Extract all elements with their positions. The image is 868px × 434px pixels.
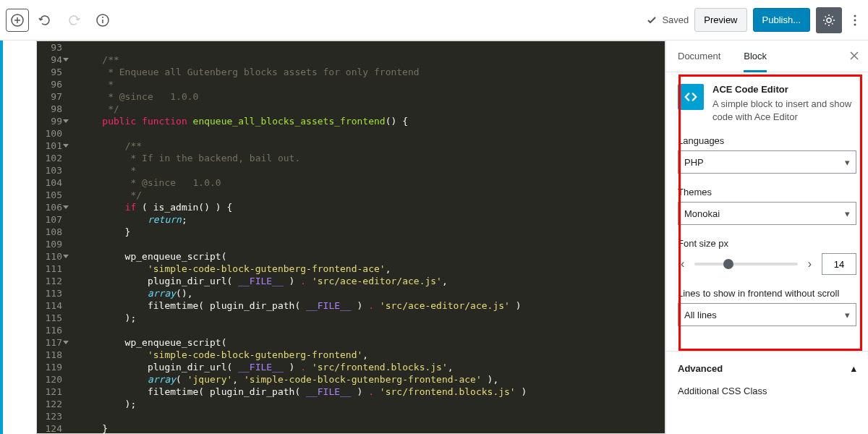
close-icon xyxy=(849,51,859,61)
code-content[interactable]: /** * Enqueue all Gutenberg blocks asset… xyxy=(69,41,665,433)
settings-button[interactable] xyxy=(816,7,842,33)
advanced-panel-toggle[interactable]: Advanced ▴ xyxy=(666,351,868,386)
svg-point-2 xyxy=(102,17,103,18)
ace-code-block[interactable]: 9394959697989910010110210310410510610710… xyxy=(36,41,665,434)
block-selection-indicator xyxy=(0,41,3,434)
fontsize-input[interactable] xyxy=(822,253,856,275)
info-button[interactable] xyxy=(90,7,116,33)
settings-sidebar: Document Block ACE Code Editor A simple … xyxy=(665,41,868,434)
fontsize-decrease[interactable]: ‹ xyxy=(678,258,687,271)
languages-select[interactable]: PHP xyxy=(678,150,856,174)
more-options-button[interactable] xyxy=(848,7,862,33)
tab-block[interactable]: Block xyxy=(732,41,778,72)
add-block-button[interactable] xyxy=(6,9,29,32)
svg-point-6 xyxy=(854,23,856,25)
lines-select[interactable]: All lines xyxy=(678,303,856,326)
editor-topbar: Saved Preview Publish... xyxy=(0,0,868,41)
dots-icon xyxy=(854,14,856,26)
code-gutter: 9394959697989910010110210310410510610710… xyxy=(37,41,69,433)
themes-label: Themes xyxy=(678,187,856,197)
svg-point-5 xyxy=(854,19,856,21)
svg-point-4 xyxy=(854,14,856,17)
redo-button[interactable] xyxy=(61,7,87,33)
themes-select[interactable]: Monokai xyxy=(678,202,856,225)
lines-label: Lines to show in frontend without scroll xyxy=(678,288,856,299)
languages-label: Languages xyxy=(678,135,856,146)
block-header: ACE Code Editor A simple block to insert… xyxy=(666,72,868,135)
block-icon xyxy=(678,84,704,110)
preview-button[interactable]: Preview xyxy=(694,8,746,32)
fontsize-slider[interactable] xyxy=(694,263,797,265)
slider-handle[interactable] xyxy=(723,259,733,269)
chevron-up-icon: ▴ xyxy=(851,363,856,374)
gear-icon xyxy=(822,13,836,27)
publish-button[interactable]: Publish... xyxy=(753,8,810,32)
tab-document[interactable]: Document xyxy=(666,41,732,72)
check-icon xyxy=(646,14,658,26)
fontsize-label: Font size px xyxy=(678,238,856,249)
svg-point-3 xyxy=(827,18,831,22)
sidebar-tabs: Document Block xyxy=(666,41,868,72)
block-title: ACE Code Editor xyxy=(712,84,856,95)
code-icon xyxy=(683,89,699,105)
css-class-label: Additional CSS Class xyxy=(678,386,856,396)
fontsize-increase[interactable]: › xyxy=(805,258,814,271)
undo-button[interactable] xyxy=(32,7,58,33)
close-sidebar-button[interactable] xyxy=(841,41,868,72)
block-description: A simple block to insert and show code w… xyxy=(712,98,856,124)
saved-indicator: Saved xyxy=(646,14,689,26)
editor-canvas: 9394959697989910010110210310410510610710… xyxy=(0,41,665,434)
